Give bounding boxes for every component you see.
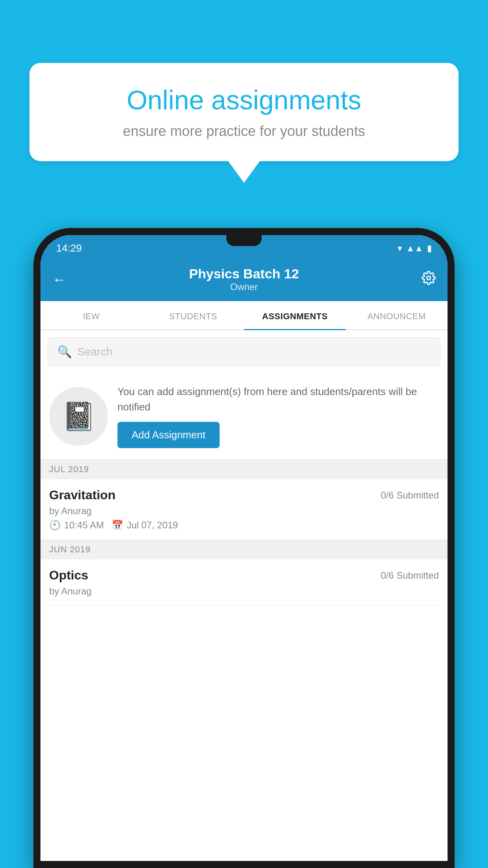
tab-assignments[interactable]: ASSIGNMENTS xyxy=(244,301,346,329)
svg-point-0 xyxy=(427,276,430,280)
time-item-gravitation: 🕙 10:45 AM xyxy=(49,520,104,531)
month-separator-jul: JUL 2019 xyxy=(40,460,448,479)
calendar-icon: 📅 xyxy=(112,520,123,531)
app-header: ← Physics Batch 12 Owner xyxy=(40,259,448,301)
assignment-by-optics: by Anurag xyxy=(49,586,439,597)
tab-iew[interactable]: IEW xyxy=(40,301,142,329)
wifi-icon: ▾ xyxy=(398,243,402,254)
notebook-icon: 📓 xyxy=(62,400,96,432)
tabs-bar: IEW STUDENTS ASSIGNMENTS ANNOUNCEM xyxy=(40,301,448,330)
clock-icon: 🕙 xyxy=(49,520,61,531)
search-bar[interactable]: 🔍 Search xyxy=(48,337,440,366)
assignment-time-gravitation: 10:45 AM xyxy=(64,520,104,531)
battery-icon: ▮ xyxy=(427,243,432,254)
search-container: 🔍 Search xyxy=(40,330,448,373)
assignment-date-gravitation: Jul 07, 2019 xyxy=(127,520,178,531)
speech-bubble-subtitle: ensure more practice for your students xyxy=(53,123,435,140)
assignment-top-row: Gravitation 0/6 Submitted xyxy=(49,488,439,502)
header-center: Physics Batch 12 Owner xyxy=(189,266,299,292)
phone-frame: 14:29 ▾ ▲▲ ▮ ← Physics Batch 12 Owner xyxy=(33,228,455,868)
settings-button[interactable] xyxy=(422,271,436,288)
assignments-list: JUL 2019 Gravitation 0/6 Submitted by An… xyxy=(40,460,448,861)
status-time: 14:29 xyxy=(56,242,82,254)
phone-screen: 14:29 ▾ ▲▲ ▮ ← Physics Batch 12 Owner xyxy=(40,235,448,861)
status-icons: ▾ ▲▲ ▮ xyxy=(398,243,432,254)
assignment-title-gravitation: Gravitation xyxy=(49,488,116,502)
promo-content: You can add assignment(s) from here and … xyxy=(117,384,439,448)
assignment-title-optics: Optics xyxy=(49,568,88,583)
promo-icon-circle: 📓 xyxy=(49,387,108,446)
assignment-item-optics[interactable]: Optics 0/6 Submitted by Anurag xyxy=(40,559,448,606)
assignment-status-gravitation: 0/6 Submitted xyxy=(381,490,439,501)
assignment-status-optics: 0/6 Submitted xyxy=(381,570,439,581)
speech-bubble-title: Online assignments xyxy=(53,85,435,115)
back-button[interactable]: ← xyxy=(52,271,66,288)
header-subtitle: Owner xyxy=(189,281,299,292)
assignment-item-gravitation[interactable]: Gravitation 0/6 Submitted by Anurag 🕙 10… xyxy=(40,479,448,540)
promo-section: 📓 You can add assignment(s) from here an… xyxy=(40,373,448,460)
tab-announcements[interactable]: ANNOUNCEM xyxy=(346,301,448,329)
month-separator-jun: JUN 2019 xyxy=(40,540,448,559)
search-placeholder: Search xyxy=(77,346,112,358)
speech-bubble-tail xyxy=(228,161,260,183)
assignment-top-row-optics: Optics 0/6 Submitted xyxy=(49,568,439,583)
assignment-by-gravitation: by Anurag xyxy=(49,506,439,517)
header-title: Physics Batch 12 xyxy=(189,266,299,281)
date-item-gravitation: 📅 Jul 07, 2019 xyxy=(112,520,178,531)
speech-bubble-container: Online assignments ensure more practice … xyxy=(29,63,459,183)
speech-bubble: Online assignments ensure more practice … xyxy=(29,63,459,161)
add-assignment-button[interactable]: Add Assignment xyxy=(117,422,220,448)
search-icon: 🔍 xyxy=(57,345,72,359)
assignment-time-row-gravitation: 🕙 10:45 AM 📅 Jul 07, 2019 xyxy=(49,520,439,531)
tab-students[interactable]: STUDENTS xyxy=(142,301,244,329)
notch xyxy=(226,235,262,246)
promo-text: You can add assignment(s) from here and … xyxy=(117,384,439,415)
signal-icon: ▲▲ xyxy=(406,243,423,254)
